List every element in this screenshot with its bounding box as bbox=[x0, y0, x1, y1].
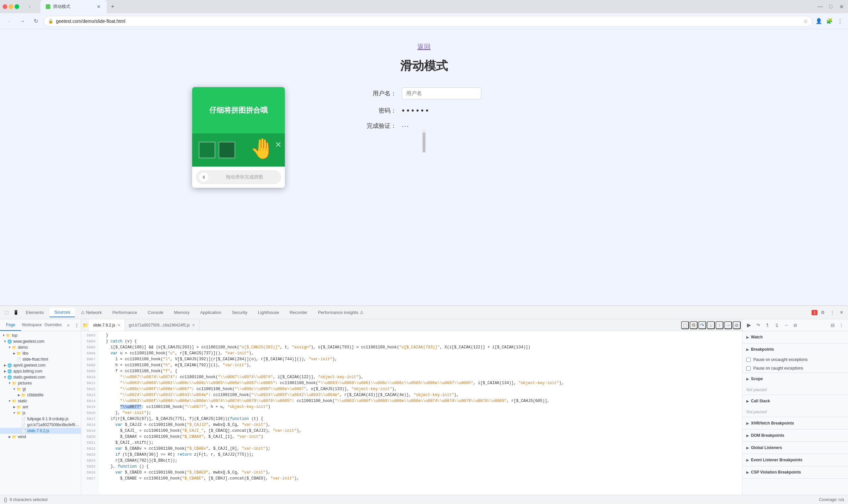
username-input[interactable] bbox=[402, 87, 481, 100]
tree-item-slide-js[interactable]: 📄 slide.7.9.2.js bbox=[0, 428, 81, 434]
filesystem-button[interactable]: 📁 bbox=[81, 319, 89, 331]
line-5805[interactable]: 5805 bbox=[81, 344, 98, 350]
more-tabs-button[interactable]: » bbox=[64, 319, 73, 331]
line-5814[interactable]: 5814 bbox=[81, 398, 98, 404]
line-5822[interactable]: 5822 bbox=[81, 446, 98, 452]
slider-pause-button[interactable]: ⏸ bbox=[199, 173, 208, 182]
page-tab[interactable]: Page bbox=[0, 319, 21, 331]
resume-button[interactable]: ▶ bbox=[745, 321, 753, 329]
tab-recorder[interactable]: Recorder bbox=[285, 308, 312, 317]
step-over-button[interactable]: ↷ bbox=[698, 321, 706, 329]
event-listener-header[interactable]: ▶ Event Listener Breakpoints bbox=[742, 454, 848, 466]
back-nav-button[interactable]: ← bbox=[4, 16, 15, 26]
tree-item-static2[interactable]: ▼ 📁 static bbox=[0, 398, 81, 404]
close-window-button[interactable]: ✕ bbox=[837, 3, 845, 11]
tab-memory[interactable]: Memory bbox=[169, 308, 194, 317]
add-source-button[interactable]: ⋮ bbox=[73, 319, 81, 331]
devtools-settings-button[interactable]: ⚙ bbox=[819, 309, 827, 317]
tab-performance[interactable]: Performance bbox=[108, 308, 141, 317]
step-into-button[interactable]: ↓ bbox=[707, 321, 715, 329]
star-icon[interactable]: ☆ bbox=[803, 19, 808, 24]
line-5826[interactable]: 5826 bbox=[81, 470, 98, 475]
split-view-button[interactable]: ⧉ bbox=[690, 321, 697, 329]
pause-caught-checkbox[interactable] bbox=[746, 366, 750, 371]
tab-network[interactable]: ⚠ Network bbox=[76, 308, 106, 317]
tree-item-gt[interactable]: ▼ 📁 gt bbox=[0, 386, 81, 392]
back-link[interactable]: 返回 bbox=[417, 42, 431, 51]
step-out-debug-button[interactable]: ↩ bbox=[773, 321, 781, 329]
line-5813[interactable]: 5813 bbox=[81, 392, 98, 398]
tree-item-wind[interactable]: ▶ 📁 wind bbox=[0, 434, 81, 440]
tree-item-demo[interactable]: ▼ 📁 demo bbox=[0, 344, 81, 350]
code-view[interactable]: 5803 5804 5805 5806 5807 5808 5809 5810 … bbox=[81, 331, 742, 495]
deactivate-debug-button[interactable]: ⊘ bbox=[791, 321, 799, 329]
tree-item-fullpage-js[interactable]: 📄 fullpage.9.1.9-crdubp.js bbox=[0, 416, 81, 422]
tab-elements[interactable]: Elements bbox=[21, 308, 48, 317]
captcha-slider-area[interactable]: ⏸ 拖动滑块完成拼图 bbox=[192, 166, 285, 188]
tab-performance-insights[interactable]: Performance insights ⚠ bbox=[313, 308, 368, 317]
reload-button[interactable]: ↻ bbox=[31, 16, 41, 26]
line-5804[interactable]: 5804 bbox=[81, 338, 98, 344]
tree-item-apiv6[interactable]: ▶ 🌐 apiv6.geetest.com bbox=[0, 362, 81, 368]
pause-uncaught-checkbox[interactable] bbox=[746, 358, 750, 362]
call-stack-section-header[interactable]: ▶ Call Stack bbox=[742, 395, 848, 407]
tab-console[interactable]: Console bbox=[143, 308, 168, 317]
watch-section-header[interactable]: ▶ Watch bbox=[742, 331, 848, 343]
pause-uncaught-label[interactable]: Pause on uncaught exceptions bbox=[753, 357, 808, 362]
address-input[interactable] bbox=[56, 19, 801, 24]
step-out-button[interactable]: ↑ bbox=[716, 321, 723, 329]
user-icon-button[interactable]: 👤 bbox=[815, 17, 823, 25]
code-content[interactable]: } } catch (v) { i[$_CAIAK(180)] && (o[$_… bbox=[99, 331, 742, 495]
minimize-button[interactable] bbox=[8, 4, 13, 9]
line-5817[interactable]: 5817 bbox=[81, 416, 98, 422]
line-5806[interactable]: 5806 bbox=[81, 350, 98, 356]
tree-item-libs[interactable]: ▶ 📁 libs bbox=[0, 350, 81, 356]
line-5821[interactable]: 5821 bbox=[81, 440, 98, 446]
step-over-debug-button[interactable]: ↷ bbox=[754, 321, 762, 329]
line-5816[interactable]: 5816 bbox=[81, 410, 98, 416]
tree-item-js[interactable]: ▼ 📁 js bbox=[0, 410, 81, 416]
device-toolbar-button[interactable]: 📱 bbox=[12, 309, 20, 317]
line-5812[interactable]: 5812 bbox=[81, 386, 98, 392]
step-debug-button[interactable]: → bbox=[782, 321, 790, 329]
tab-application[interactable]: Application bbox=[195, 308, 226, 317]
global-section-header[interactable]: ▶ Global Listeners bbox=[742, 442, 848, 454]
line-5823[interactable]: 5823 bbox=[81, 452, 98, 457]
tab-sources[interactable]: Sources bbox=[50, 308, 75, 317]
inspect-element-button[interactable]: ⬚ bbox=[3, 309, 11, 317]
csp-header[interactable]: ▶ CSP Violation Breakpoints bbox=[742, 466, 848, 478]
tree-item-slide-html[interactable]: 📄 slide-float.html bbox=[0, 356, 81, 362]
overrides-tab[interactable]: Overrides bbox=[42, 319, 64, 331]
devtools-more-button[interactable]: ⋮ bbox=[828, 309, 836, 317]
code-tab-gct-close[interactable]: ✕ bbox=[192, 323, 195, 327]
workspace-tab[interactable]: Workspace bbox=[21, 319, 42, 331]
line-5827[interactable]: 5827 bbox=[81, 475, 98, 482]
tab-back-button[interactable]: ‹ bbox=[24, 1, 35, 12]
brace-icon[interactable]: {} bbox=[4, 497, 7, 502]
tree-item-pictures[interactable]: ▼ 📁 pictures bbox=[0, 380, 81, 386]
forward-nav-button[interactable]: → bbox=[17, 16, 28, 26]
minimize-window-button[interactable]: — bbox=[816, 3, 824, 11]
xhr-section-header[interactable]: ▶ XHR/fetch Breakpoints bbox=[742, 417, 848, 429]
more-debug-button[interactable]: ⋮ bbox=[837, 321, 845, 329]
restore-window-button[interactable]: □ bbox=[827, 3, 835, 11]
line-5811[interactable]: 5811 bbox=[81, 380, 98, 386]
line-5819[interactable]: 5819 bbox=[81, 428, 98, 434]
code-tab-gct[interactable]: gct.b71a9027509...c6a196424f5.js ✕ bbox=[125, 319, 199, 331]
dom-section-header[interactable]: ▶ DOM Breakpoints bbox=[742, 430, 848, 442]
line-5824[interactable]: 5824 bbox=[81, 457, 98, 464]
code-tab-slide[interactable]: slide.7.9.2.js ✕ bbox=[89, 319, 125, 331]
tree-item-c0bbb6fe[interactable]: ▶ 📁 c0bbb6fe bbox=[0, 392, 81, 398]
page-scrollbar[interactable] bbox=[422, 130, 426, 153]
tree-item-top[interactable]: ▼ 📁 top bbox=[0, 332, 81, 338]
deactivate-breakpoints-button[interactable]: ⊘ bbox=[733, 321, 741, 329]
scope-section-header[interactable]: ▶ Scope bbox=[742, 373, 848, 385]
console-drawer-button[interactable]: ⊟ bbox=[829, 321, 837, 329]
dock-button[interactable]: ⬚ bbox=[681, 321, 689, 329]
tree-item-gct-js[interactable]: 📄 gct.b71a9027509bc6bcfef9fc6a19642 bbox=[0, 422, 81, 428]
tab-lighthouse[interactable]: Lighthouse bbox=[253, 308, 284, 317]
step-into-debug-button[interactable]: ↩ bbox=[763, 321, 772, 329]
tree-item-static-geetest[interactable]: ▼ 🌐 static.geetest.com bbox=[0, 374, 81, 380]
close-button[interactable] bbox=[3, 4, 7, 9]
scrollbar-thumb[interactable] bbox=[423, 132, 425, 152]
